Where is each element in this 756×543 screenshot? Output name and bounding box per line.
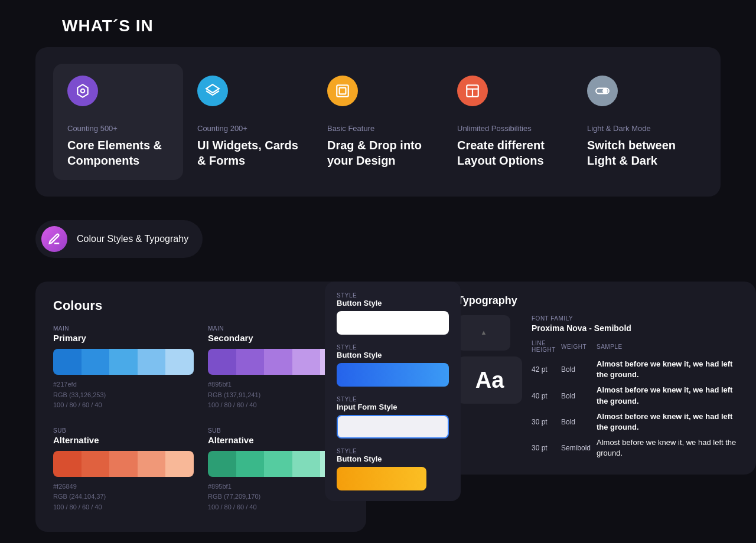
aa-label: Aa	[475, 368, 504, 393]
frame-icon	[327, 76, 358, 106]
style-tag-4: STYLE	[337, 448, 449, 454]
swatch-secondary-1	[208, 349, 236, 375]
style-item-blue: STYLE Button Style	[337, 344, 449, 387]
font-thumbnail: ▲	[457, 315, 510, 351]
col-header-weight: WEIGHT	[561, 340, 597, 356]
swatch-primary-1	[53, 349, 82, 375]
aa-box: Aa	[457, 356, 522, 404]
col-header-size: LINE HEIGHT	[532, 340, 561, 356]
swatch-alt-green-1	[208, 451, 236, 477]
feature-title-2: UI Widgets, Cards & Forms	[197, 138, 299, 168]
font-family-name: Proxima Nova - Semibold	[532, 323, 742, 333]
input-form-preview	[337, 415, 449, 439]
page-header: WHAT´S IN	[0, 0, 756, 47]
typography-title: Typography	[457, 295, 742, 307]
swatch-primary-3	[109, 349, 138, 375]
style-tag-1: STYLE	[337, 292, 449, 299]
feature-title-5: Switch between Light & Dark	[587, 138, 689, 168]
alt-red-swatch-bar	[53, 451, 194, 477]
font-family-label: FONT FAMILY	[532, 315, 742, 322]
swatch-primary-2	[82, 349, 110, 375]
type-weight-1: Bold	[561, 382, 597, 408]
feature-title-1: Core Elements & Components	[67, 138, 169, 168]
feature-subtitle-1: Counting 500+	[67, 124, 169, 133]
type-size-2: 30 pt	[532, 409, 561, 435]
swatch-alt-red-5	[165, 451, 194, 477]
feature-subtitle-2: Counting 200+	[197, 124, 299, 133]
swatch-secondary-2	[236, 349, 265, 375]
section-badge: Colour Styles & Typograhy	[35, 220, 203, 258]
styles-overlay: STYLE Button Style STYLE Button Style ST…	[325, 282, 461, 501]
style-item-input: STYLE Input Form Style	[337, 396, 449, 439]
primary-colour-group: MAIN Primary #217efd RGB (33,126,253) 10…	[53, 325, 194, 411]
type-size-3: 30 pt	[532, 435, 561, 461]
type-sample-3: Almost before we knew it, we had left th…	[597, 435, 742, 461]
style-name-4: Button Style	[337, 454, 449, 463]
svg-point-1	[81, 89, 85, 93]
primary-swatch-bar	[53, 349, 194, 375]
type-sample-0: Almost before we knew it, we had left th…	[597, 356, 742, 382]
type-size-0: 42 pt	[532, 356, 561, 382]
type-weight-0: Bold	[561, 356, 597, 382]
main-tag-primary: MAIN	[53, 325, 194, 332]
style-item-white: STYLE Button Style	[337, 292, 449, 335]
primary-info: #217efd RGB (33,126,253) 100 / 80 / 60 /…	[53, 380, 194, 411]
swatch-alt-green-3	[264, 451, 292, 477]
type-row-1: 40 pt Bold Almost before we knew it, we …	[532, 382, 742, 408]
feature-ui-widgets: Counting 200+ UI Widgets, Cards & Forms	[183, 64, 313, 180]
type-weight-3: Semibold	[561, 435, 597, 461]
type-row-0: 42 pt Bold Almost before we knew it, we …	[532, 356, 742, 382]
alt-left-name: Alternative	[53, 435, 194, 445]
page-title: WHAT´S IN	[62, 17, 694, 35]
swatch-alt-red-3	[109, 451, 138, 477]
col-header-sample: SAMPLE	[597, 340, 742, 356]
type-weight-2: Bold	[561, 409, 597, 435]
svg-marker-0	[77, 84, 87, 97]
swatch-primary-4	[138, 349, 166, 375]
section-badge-wrapper: Colour Styles & Typograhy	[0, 220, 756, 258]
swatch-alt-green-2	[236, 451, 265, 477]
pen-icon	[41, 226, 67, 252]
type-table: LINE HEIGHT WEIGHT SAMPLE 42 pt Bold Alm…	[532, 340, 742, 462]
type-row-3: 30 pt Semibold Almost before we knew it,…	[532, 435, 742, 461]
feature-dark-mode: Light & Dark Mode Switch between Light &…	[573, 64, 703, 180]
type-sample-2: Almost before we knew it, we had left th…	[597, 409, 742, 435]
colours-card: Colours MAIN Primary #217efd RGB (33,126…	[35, 282, 366, 532]
style-tag-3: STYLE	[337, 396, 449, 403]
svg-rect-3	[337, 85, 348, 97]
typography-card: Typography ▲ Aa FONT FAMILY Proxima Nova…	[443, 282, 756, 475]
feature-core-elements: Counting 500+ Core Elements & Components	[53, 64, 183, 180]
swatch-secondary-4	[292, 349, 321, 375]
type-sample-1: Almost before we knew it, we had left th…	[597, 382, 742, 408]
swatch-alt-red-4	[138, 451, 166, 477]
feature-drag-drop: Basic Feature Drag & Drop into your Desi…	[313, 64, 443, 180]
features-section: Counting 500+ Core Elements & Components…	[35, 47, 721, 197]
layers-icon	[197, 76, 228, 106]
style-item-orange: STYLE Button Style	[337, 448, 449, 490]
button-orange-preview	[337, 467, 426, 490]
feature-subtitle-5: Light & Dark Mode	[587, 124, 689, 133]
type-size-1: 40 pt	[532, 382, 561, 408]
swatch-secondary-3	[264, 349, 292, 375]
style-name-1: Button Style	[337, 299, 449, 308]
feature-title-3: Drag & Drop into your Design	[327, 138, 429, 168]
type-row-2: 30 pt Bold Almost before we knew it, we …	[532, 409, 742, 435]
primary-name: Primary	[53, 333, 194, 343]
feature-title-4: Create different Layout Options	[457, 138, 559, 168]
swatch-alt-red-2	[82, 451, 110, 477]
sub-tag-left: SUB	[53, 427, 194, 434]
feature-layout: Unlimited Possibilities Create different…	[443, 64, 573, 180]
alt-red-info: #f26849 RGB (244,104,37) 100 / 80 / 60 /…	[53, 482, 194, 513]
layout-icon	[457, 76, 488, 106]
feature-subtitle-3: Basic Feature	[327, 124, 429, 133]
swatch-alt-red-1	[53, 451, 82, 477]
swatch-alt-green-4	[292, 451, 321, 477]
svg-point-9	[603, 89, 607, 93]
font-info: FONT FAMILY Proxima Nova - Semibold LINE…	[532, 315, 742, 462]
button-white-preview	[337, 311, 449, 335]
svg-rect-4	[340, 88, 346, 94]
style-name-3: Input Form Style	[337, 403, 449, 411]
button-blue-preview	[337, 363, 449, 387]
style-tag-2: STYLE	[337, 344, 449, 351]
hexagon-icon	[67, 76, 98, 106]
